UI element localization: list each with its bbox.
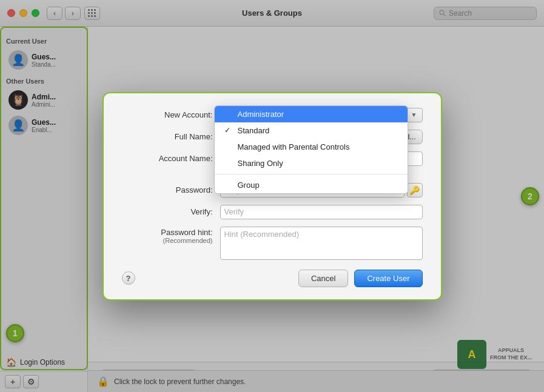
hint-textarea[interactable] [220, 227, 423, 260]
verify-label: Verify: [122, 207, 213, 216]
new-account-dialog: New Account: Standard ▼ Administrator ↖ [102, 92, 442, 301]
dropdown-label-standard: Standard [238, 126, 270, 135]
dropdown-item-managed[interactable]: Managed with Parental Controls [215, 139, 408, 155]
help-button[interactable]: ? [122, 271, 135, 285]
key-icon: 🔑 [409, 185, 420, 195]
new-account-row: New Account: Standard ▼ Administrator ↖ [122, 108, 423, 122]
account-name-label: Account Name: [122, 154, 213, 163]
dropdown-label-administrator: Administrator [238, 110, 284, 119]
dropdown-label-managed: Managed with Parental Controls [238, 142, 350, 151]
cancel-button[interactable]: Cancel [298, 270, 348, 287]
account-type-dropdown[interactable]: Standard ▼ Administrator ↖ ✓ Standard [220, 108, 423, 122]
dropdown-item-administrator[interactable]: Administrator ↖ [215, 106, 408, 122]
create-user-button[interactable]: Create User [354, 270, 422, 287]
password-label: Password: [122, 185, 213, 194]
hint-sublabel: (Recommended) [122, 237, 213, 244]
verify-row: Verify: [122, 205, 423, 219]
checkmark-standard: ✓ [224, 126, 233, 135]
modal-overlay: New Account: Standard ▼ Administrator ↖ [0, 0, 544, 392]
dropdown-item-standard[interactable]: ✓ Standard [215, 122, 408, 139]
verify-input[interactable] [220, 205, 423, 219]
action-buttons: Cancel Create User [298, 270, 423, 287]
hint-label: Password hint: (Recommended) [122, 227, 213, 244]
hint-row: Password hint: (Recommended) [122, 227, 423, 260]
full-name-label: Full Name: [122, 132, 213, 141]
modal-footer: ? Cancel Create User [122, 270, 423, 287]
key-button[interactable]: 🔑 [407, 183, 423, 198]
new-account-label: New Account: [122, 110, 213, 119]
dropdown-item-sharing[interactable]: Sharing Only [215, 155, 408, 171]
dropdown-arrow-icon: ▼ [411, 111, 417, 118]
dropdown-divider [215, 174, 408, 174]
dropdown-menu: Administrator ↖ ✓ Standard Managed with … [214, 105, 408, 194]
dropdown-label-sharing: Sharing Only [238, 159, 283, 168]
dropdown-label-group: Group [238, 181, 260, 190]
dropdown-item-group[interactable]: Group [215, 177, 408, 193]
hint-label-text: Password hint: [122, 228, 213, 237]
